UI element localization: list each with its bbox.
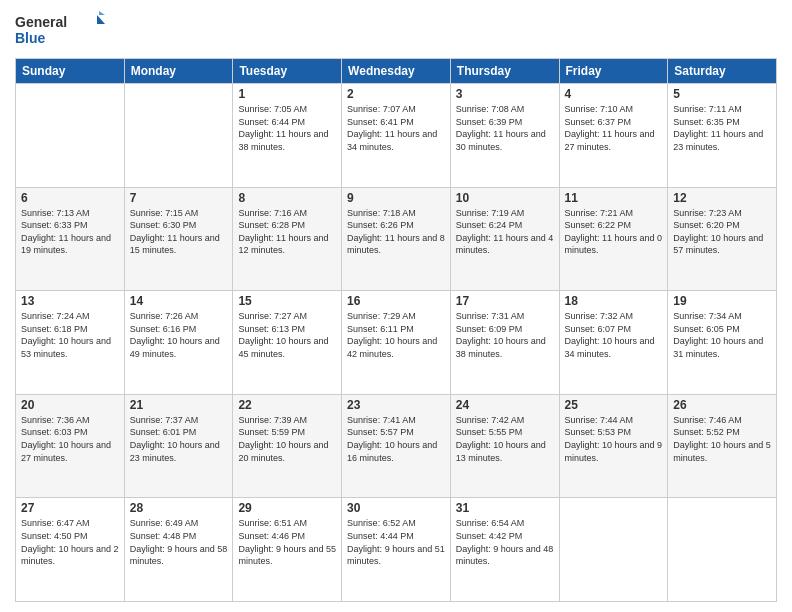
calendar-header-wednesday: Wednesday: [342, 59, 451, 84]
day-number: 9: [347, 191, 445, 205]
calendar-header-thursday: Thursday: [450, 59, 559, 84]
day-number: 30: [347, 501, 445, 515]
calendar-header-tuesday: Tuesday: [233, 59, 342, 84]
day-info: Sunrise: 7:18 AMSunset: 6:26 PMDaylight:…: [347, 207, 445, 257]
calendar-header-sunday: Sunday: [16, 59, 125, 84]
day-info: Sunrise: 6:49 AMSunset: 4:48 PMDaylight:…: [130, 517, 228, 567]
calendar-week-1: 1Sunrise: 7:05 AMSunset: 6:44 PMDaylight…: [16, 84, 777, 188]
day-info: Sunrise: 7:24 AMSunset: 6:18 PMDaylight:…: [21, 310, 119, 360]
logo: General Blue: [15, 10, 105, 50]
calendar-cell: 29Sunrise: 6:51 AMSunset: 4:46 PMDayligh…: [233, 498, 342, 602]
calendar-page: General Blue SundayMondayTuesdayWednesda…: [0, 0, 792, 612]
calendar-cell: 27Sunrise: 6:47 AMSunset: 4:50 PMDayligh…: [16, 498, 125, 602]
calendar-cell: 21Sunrise: 7:37 AMSunset: 6:01 PMDayligh…: [124, 394, 233, 498]
day-number: 19: [673, 294, 771, 308]
day-number: 28: [130, 501, 228, 515]
day-number: 24: [456, 398, 554, 412]
calendar-week-4: 20Sunrise: 7:36 AMSunset: 6:03 PMDayligh…: [16, 394, 777, 498]
day-info: Sunrise: 7:39 AMSunset: 5:59 PMDaylight:…: [238, 414, 336, 464]
day-info: Sunrise: 7:27 AMSunset: 6:13 PMDaylight:…: [238, 310, 336, 360]
day-number: 10: [456, 191, 554, 205]
calendar-cell: 24Sunrise: 7:42 AMSunset: 5:55 PMDayligh…: [450, 394, 559, 498]
day-number: 6: [21, 191, 119, 205]
calendar-header-saturday: Saturday: [668, 59, 777, 84]
header: General Blue: [15, 10, 777, 50]
day-number: 31: [456, 501, 554, 515]
day-info: Sunrise: 7:15 AMSunset: 6:30 PMDaylight:…: [130, 207, 228, 257]
calendar-table: SundayMondayTuesdayWednesdayThursdayFrid…: [15, 58, 777, 602]
day-info: Sunrise: 7:46 AMSunset: 5:52 PMDaylight:…: [673, 414, 771, 464]
day-info: Sunrise: 6:47 AMSunset: 4:50 PMDaylight:…: [21, 517, 119, 567]
day-info: Sunrise: 7:32 AMSunset: 6:07 PMDaylight:…: [565, 310, 663, 360]
day-number: 4: [565, 87, 663, 101]
calendar-header-friday: Friday: [559, 59, 668, 84]
day-info: Sunrise: 7:37 AMSunset: 6:01 PMDaylight:…: [130, 414, 228, 464]
calendar-cell: 26Sunrise: 7:46 AMSunset: 5:52 PMDayligh…: [668, 394, 777, 498]
day-info: Sunrise: 7:21 AMSunset: 6:22 PMDaylight:…: [565, 207, 663, 257]
calendar-cell: 20Sunrise: 7:36 AMSunset: 6:03 PMDayligh…: [16, 394, 125, 498]
day-number: 13: [21, 294, 119, 308]
calendar-week-3: 13Sunrise: 7:24 AMSunset: 6:18 PMDayligh…: [16, 291, 777, 395]
day-number: 27: [21, 501, 119, 515]
calendar-header-row: SundayMondayTuesdayWednesdayThursdayFrid…: [16, 59, 777, 84]
svg-marker-1: [97, 15, 105, 24]
calendar-cell: 15Sunrise: 7:27 AMSunset: 6:13 PMDayligh…: [233, 291, 342, 395]
calendar-cell: 5Sunrise: 7:11 AMSunset: 6:35 PMDaylight…: [668, 84, 777, 188]
calendar-cell: 30Sunrise: 6:52 AMSunset: 4:44 PMDayligh…: [342, 498, 451, 602]
day-number: 26: [673, 398, 771, 412]
day-info: Sunrise: 7:16 AMSunset: 6:28 PMDaylight:…: [238, 207, 336, 257]
day-number: 1: [238, 87, 336, 101]
calendar-cell: [668, 498, 777, 602]
day-number: 11: [565, 191, 663, 205]
calendar-cell: 2Sunrise: 7:07 AMSunset: 6:41 PMDaylight…: [342, 84, 451, 188]
day-info: Sunrise: 7:08 AMSunset: 6:39 PMDaylight:…: [456, 103, 554, 153]
calendar-week-5: 27Sunrise: 6:47 AMSunset: 4:50 PMDayligh…: [16, 498, 777, 602]
day-number: 23: [347, 398, 445, 412]
day-info: Sunrise: 7:34 AMSunset: 6:05 PMDaylight:…: [673, 310, 771, 360]
calendar-cell: 31Sunrise: 6:54 AMSunset: 4:42 PMDayligh…: [450, 498, 559, 602]
calendar-week-2: 6Sunrise: 7:13 AMSunset: 6:33 PMDaylight…: [16, 187, 777, 291]
calendar-cell: 23Sunrise: 7:41 AMSunset: 5:57 PMDayligh…: [342, 394, 451, 498]
day-info: Sunrise: 7:36 AMSunset: 6:03 PMDaylight:…: [21, 414, 119, 464]
day-info: Sunrise: 6:51 AMSunset: 4:46 PMDaylight:…: [238, 517, 336, 567]
calendar-cell: 25Sunrise: 7:44 AMSunset: 5:53 PMDayligh…: [559, 394, 668, 498]
calendar-cell: 3Sunrise: 7:08 AMSunset: 6:39 PMDaylight…: [450, 84, 559, 188]
calendar-cell: 19Sunrise: 7:34 AMSunset: 6:05 PMDayligh…: [668, 291, 777, 395]
day-info: Sunrise: 7:26 AMSunset: 6:16 PMDaylight:…: [130, 310, 228, 360]
day-number: 16: [347, 294, 445, 308]
calendar-cell: [559, 498, 668, 602]
calendar-cell: [16, 84, 125, 188]
svg-marker-2: [99, 11, 105, 15]
calendar-cell: 13Sunrise: 7:24 AMSunset: 6:18 PMDayligh…: [16, 291, 125, 395]
day-info: Sunrise: 7:05 AMSunset: 6:44 PMDaylight:…: [238, 103, 336, 153]
day-info: Sunrise: 7:42 AMSunset: 5:55 PMDaylight:…: [456, 414, 554, 464]
day-number: 3: [456, 87, 554, 101]
day-number: 5: [673, 87, 771, 101]
calendar-cell: 12Sunrise: 7:23 AMSunset: 6:20 PMDayligh…: [668, 187, 777, 291]
day-info: Sunrise: 6:52 AMSunset: 4:44 PMDaylight:…: [347, 517, 445, 567]
calendar-cell: [124, 84, 233, 188]
calendar-cell: 10Sunrise: 7:19 AMSunset: 6:24 PMDayligh…: [450, 187, 559, 291]
calendar-header-monday: Monday: [124, 59, 233, 84]
svg-text:Blue: Blue: [15, 30, 46, 46]
day-info: Sunrise: 7:29 AMSunset: 6:11 PMDaylight:…: [347, 310, 445, 360]
calendar-cell: 11Sunrise: 7:21 AMSunset: 6:22 PMDayligh…: [559, 187, 668, 291]
calendar-cell: 22Sunrise: 7:39 AMSunset: 5:59 PMDayligh…: [233, 394, 342, 498]
calendar-cell: 8Sunrise: 7:16 AMSunset: 6:28 PMDaylight…: [233, 187, 342, 291]
day-number: 12: [673, 191, 771, 205]
calendar-cell: 28Sunrise: 6:49 AMSunset: 4:48 PMDayligh…: [124, 498, 233, 602]
svg-text:General: General: [15, 14, 67, 30]
day-number: 17: [456, 294, 554, 308]
day-number: 15: [238, 294, 336, 308]
calendar-cell: 16Sunrise: 7:29 AMSunset: 6:11 PMDayligh…: [342, 291, 451, 395]
calendar-cell: 7Sunrise: 7:15 AMSunset: 6:30 PMDaylight…: [124, 187, 233, 291]
day-info: Sunrise: 6:54 AMSunset: 4:42 PMDaylight:…: [456, 517, 554, 567]
day-number: 2: [347, 87, 445, 101]
day-number: 22: [238, 398, 336, 412]
day-info: Sunrise: 7:11 AMSunset: 6:35 PMDaylight:…: [673, 103, 771, 153]
calendar-cell: 1Sunrise: 7:05 AMSunset: 6:44 PMDaylight…: [233, 84, 342, 188]
logo-svg: General Blue: [15, 10, 105, 50]
day-info: Sunrise: 7:41 AMSunset: 5:57 PMDaylight:…: [347, 414, 445, 464]
day-info: Sunrise: 7:10 AMSunset: 6:37 PMDaylight:…: [565, 103, 663, 153]
day-number: 29: [238, 501, 336, 515]
